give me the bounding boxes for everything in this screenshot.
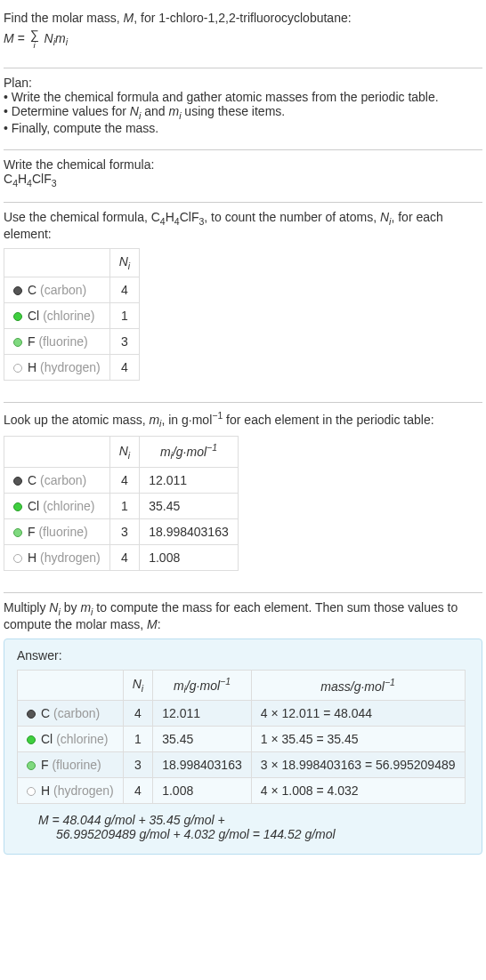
text: using these items. [181,104,285,118]
n-cell: 1 [109,493,139,518]
formula-section: Write the chemical formula: C4H4ClF3 [4,154,482,199]
table-row: C (carbon)412.0114 × 12.011 = 48.044 [18,701,466,727]
dot-icon [27,787,36,796]
exp: −1 [212,410,223,421]
table-row: C (carbon)4 [4,277,140,302]
elem-name: (fluorine) [38,334,87,349]
multiply-text: Multiply Ni by mi to compute the mass fo… [4,600,482,631]
dot-icon [13,312,22,321]
n-cell: 1 [123,727,152,752]
text: Find the molar mass, [4,11,124,25]
chem-sub: 3 [52,177,57,188]
empty-header [4,437,110,467]
lookup-section: Look up the atomic mass, mi, in g·mol−1 … [4,406,482,589]
text: , to count the number of atoms, [204,210,380,224]
elem-cell: Cl (chlorine) [4,493,110,518]
divider [4,202,482,203]
elem-cell: C (carbon) [4,467,110,493]
calc-cell: 4 × 1.008 = 4.032 [251,778,465,804]
var-m: m [168,104,179,118]
sigma-index: i [34,41,36,50]
table-row: F (fluorine)318.998403163 [4,518,239,544]
elem-name: (carbon) [40,283,86,297]
dot-icon [13,554,22,563]
molar-mass-formula: M = ∑i Nimi [4,28,482,50]
intro-section: Find the molar mass, M, for 1-chloro-1,2… [4,7,482,64]
n-cell: 4 [109,277,139,302]
empty-header [4,249,110,277]
table-row: H (hydrogen)41.0084 × 1.008 = 4.032 [18,778,466,804]
divider [4,68,482,68]
table-row: H (hydrogen)4 [4,354,140,380]
text: Multiply [4,600,49,615]
col-Ni: Ni [109,437,139,467]
var-N: N [380,210,389,224]
dot-icon [13,528,22,537]
answer-box: Answer: Ni mi/g·mol−1 mass/g·mol−1 C (ca… [4,639,482,855]
plan-section: Plan: • Write the chemical formula and g… [4,72,482,146]
n-cell: 4 [109,354,139,380]
elem-cell: F (fluorine) [18,752,124,778]
chem-H: H [18,172,27,186]
divider [4,402,482,403]
table-header-row: Ni [4,249,140,277]
count-table: Ni C (carbon)4 Cl (chlorine)1 F (fluorin… [4,248,140,381]
elem-cell: H (hydrogen) [18,778,124,804]
table-header-row: Ni mi/g·mol−1 [4,437,239,467]
dot-icon [27,710,36,719]
text: Look up the atomic mass, [4,413,149,427]
m-cell: 35.45 [153,727,252,752]
chemical-formula: C4H4ClF3 [4,172,482,189]
section-title: Write the chemical formula: [4,157,482,172]
table-row: H (hydrogen)41.008 [4,544,239,570]
answer-title: Answer: [17,648,469,663]
var-m: m [55,31,66,45]
multiply-section: Multiply Ni by mi to compute the mass fo… [4,597,482,865]
table-row: Cl (chlorine)1 [4,302,140,328]
table-row: C (carbon)412.011 [4,467,239,493]
answer-table: Ni mi/g·mol−1 mass/g·mol−1 C (carbon)412… [17,670,466,804]
dot-icon [27,761,36,770]
elem-sym: Cl [28,309,39,323]
chem-Cl: Cl [32,172,44,186]
n-cell: 3 [123,752,152,778]
table-row: Cl (chlorine)135.451 × 35.45 = 35.45 [18,727,466,752]
n-cell: 4 [109,544,139,570]
var-M: M [4,31,14,45]
text: Use the chemical formula, [4,210,151,224]
elem-cell: Cl (chlorine) [18,727,124,752]
dot-icon [13,364,22,373]
elem-cell: C (carbon) [4,277,110,302]
elem-sym: F [28,334,36,349]
m-cell: 1.008 [140,544,239,570]
elem-name: (hydrogen) [40,360,101,374]
elem-cell: F (fluorine) [4,328,110,354]
dot-icon [13,502,22,511]
table-row: F (fluorine)318.9984031633 × 18.99840316… [18,752,466,778]
text: and [141,104,168,118]
m-cell: 12.011 [140,467,239,493]
dot-icon [13,286,22,295]
text: • Determine values for [4,104,130,118]
m-cell: 35.45 [140,493,239,518]
elem-cell: F (fluorine) [4,518,110,544]
var-N: N [130,104,139,118]
m-cell: 18.998403163 [153,752,252,778]
n-cell: 4 [123,778,152,804]
n-cell: 1 [109,302,139,328]
count-section: Use the chemical formula, C4H4ClF3, to c… [4,206,482,398]
lookup-text: Look up the atomic mass, mi, in g·mol−1 … [4,410,482,429]
chemical-formula-inline: C4H4ClF3 [151,210,205,224]
col-mi: mi/g·mol−1 [153,670,252,700]
count-text: Use the chemical formula, C4H4ClF3, to c… [4,210,482,241]
col-mass: mass/g·mol−1 [251,670,465,700]
text: , for 1-chloro-1,2,2-trifluorocyclobutan… [134,11,351,25]
text: : [158,617,161,631]
n-cell: 4 [123,701,152,727]
eq: = [14,31,28,45]
calc-cell: 3 × 18.998403163 = 56.995209489 [251,752,465,778]
table-row: Cl (chlorine)135.45 [4,493,239,518]
divider [4,592,482,593]
var-M: M [124,11,134,25]
text: , in g·mol [161,413,212,427]
